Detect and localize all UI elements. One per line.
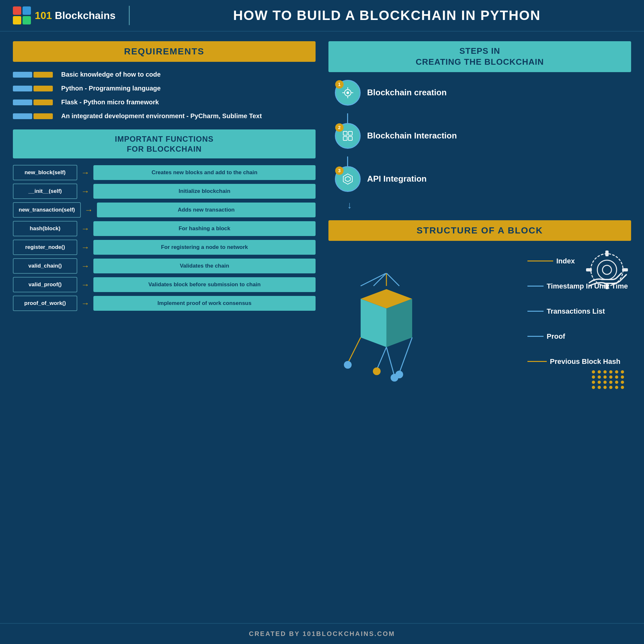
func-name-5: valid_chain()	[13, 258, 77, 274]
functions-list: new_block(self) → Creates new blocks and…	[13, 165, 316, 311]
logo-text-part1: 101	[35, 10, 52, 21]
requirements-title-box: REQUIREMENTS	[13, 41, 316, 62]
bar-cyan-2	[13, 86, 32, 91]
block-3d-svg	[335, 273, 438, 395]
dots-decoration	[592, 370, 625, 389]
functions-title: IMPORTANT FUNCTIONS FOR BLOCKCHAIN	[21, 134, 308, 154]
steps-title-box: STEPS IN CREATING THE BLOCKCHAIN	[328, 41, 631, 72]
step-item-1: 2 Blockchain Interaction	[328, 123, 631, 149]
func-name-3: hash(block)	[13, 221, 77, 236]
steps-title: STEPS IN CREATING THE BLOCKCHAIN	[336, 46, 623, 68]
step-circle-1: 2	[335, 123, 361, 149]
svg-point-5	[346, 91, 349, 94]
logo-squares	[13, 6, 31, 24]
svg-marker-11	[345, 176, 350, 182]
svg-line-26	[348, 337, 361, 363]
steps-section: STEPS IN CREATING THE BLOCKCHAIN 1	[328, 41, 631, 211]
func-row-1: __init__(self) → Initialize blockchain	[13, 184, 316, 199]
bar-yellow-1	[33, 72, 53, 78]
func-row-6: valid_proof() → Validates block before s…	[13, 277, 316, 292]
logo-text-part2: Blockchains	[55, 10, 116, 21]
left-column: REQUIREMENTS Basic knowledge of how to c…	[13, 41, 322, 415]
functions-section: IMPORTANT FUNCTIONS FOR BLOCKCHAIN new_b…	[13, 129, 316, 311]
arrow-0: →	[81, 168, 90, 178]
step-item-0: 1 Blockchain creation	[328, 80, 631, 106]
svg-rect-8	[343, 137, 347, 140]
structure-section: STRUCTURE OF A BLOCK	[328, 220, 631, 415]
label-index-text: Index	[556, 257, 575, 265]
arrow-7: →	[81, 298, 90, 308]
step-connector-0	[347, 113, 348, 123]
svg-line-22	[386, 273, 399, 286]
func-desc-0: Creates new blocks and add to the chain	[93, 165, 316, 180]
svg-rect-6	[343, 131, 347, 135]
label-prevhash: Previous Block Hash	[527, 357, 628, 366]
req-bar-2	[13, 86, 55, 91]
func-row-2: new_transaction(self) → Adds new transac…	[13, 202, 316, 218]
page-title: HOW TO BUILD A BLOCKCHAIN IN PYTHON	[143, 8, 631, 23]
logo-area: 101 Blockchains	[13, 6, 116, 24]
svg-rect-9	[348, 137, 352, 140]
req-text-3: Flask - Python micro framework	[61, 99, 159, 106]
bar-yellow-2	[33, 86, 53, 91]
svg-marker-10	[343, 174, 352, 184]
logo-text: 101 Blockchains	[35, 10, 116, 22]
arrow-5: →	[81, 261, 90, 271]
bar-yellow-3	[33, 99, 53, 105]
arrow-3: →	[81, 224, 90, 234]
step-connector-1	[347, 156, 348, 166]
func-desc-2: Adds new transaction	[97, 203, 316, 217]
requirements-title: REQUIREMENTS	[21, 46, 308, 57]
label-timestamp: Timestamp In Unix Time	[527, 282, 628, 290]
step-circle-2: 3	[335, 166, 361, 192]
req-bar-1	[13, 72, 55, 78]
svg-rect-15	[605, 251, 609, 256]
func-name-6: valid_proof()	[13, 277, 77, 292]
func-row-7: proof_of_work() → Implement proof of wor…	[13, 296, 316, 311]
step-num-1: 2	[335, 123, 344, 132]
func-name-1: __init__(self)	[13, 184, 77, 199]
req-item-3: Flask - Python micro framework	[13, 99, 316, 106]
block-3d	[335, 273, 438, 397]
func-desc-4: For registering a node to network	[93, 240, 316, 255]
svg-line-29	[386, 347, 394, 376]
structure-title: STRUCTURE OF A BLOCK	[336, 225, 623, 236]
req-text-4: An integrated development environment - …	[61, 112, 262, 120]
svg-line-20	[374, 273, 386, 286]
right-column: STEPS IN CREATING THE BLOCKCHAIN 1	[322, 41, 631, 415]
footer-text: CREATED BY 101BLOCKCHAINS.COM	[249, 630, 395, 637]
logo-sq-yellow	[13, 16, 21, 24]
label-timestamp-text: Timestamp In Unix Time	[547, 282, 628, 290]
func-name-4: register_node()	[13, 240, 77, 255]
bar-cyan-4	[13, 113, 32, 119]
req-bar-3	[13, 99, 55, 105]
req-text-1: Basic knowledge of how to code	[61, 71, 161, 78]
arrow-6: →	[81, 280, 90, 290]
label-prevhash-text: Previous Block Hash	[550, 357, 620, 366]
func-row-0: new_block(self) → Creates new blocks and…	[13, 165, 316, 180]
steps-list: 1 Blockchain creation	[328, 80, 631, 211]
svg-line-19	[361, 273, 386, 286]
step-num-0: 1	[335, 80, 344, 89]
func-desc-6: Validates block before submission to cha…	[93, 277, 316, 292]
step-icon-0	[341, 86, 355, 100]
req-item-4: An integrated development environment - …	[13, 112, 316, 120]
func-row-3: hash(block) → For hashing a block	[13, 221, 316, 236]
func-desc-7: Implement proof of work consensus	[93, 296, 316, 311]
step-label-1: Blockchain Interaction	[367, 131, 457, 141]
block-labels: Index Timestamp In Unix Time Transaction…	[527, 257, 628, 366]
svg-line-28	[399, 337, 412, 373]
footer: CREATED BY 101BLOCKCHAINS.COM	[0, 623, 644, 644]
arrow-4: →	[81, 242, 90, 252]
svg-point-30	[344, 361, 352, 369]
label-transactions-text: Transactions List	[547, 307, 605, 316]
structure-title-box: STRUCTURE OF A BLOCK	[328, 220, 631, 241]
func-desc-1: Initialize blockchain	[93, 184, 316, 199]
bar-cyan-3	[13, 99, 32, 105]
step-icon-1	[341, 129, 355, 143]
functions-title-box: IMPORTANT FUNCTIONS FOR BLOCKCHAIN	[13, 129, 316, 158]
step-item-2: 3 API Integration	[328, 166, 631, 192]
requirements-list: Basic knowledge of how to code Python - …	[13, 71, 316, 120]
steps-down-arrow: ↓	[347, 200, 631, 211]
main-content: REQUIREMENTS Basic knowledge of how to c…	[0, 32, 644, 424]
